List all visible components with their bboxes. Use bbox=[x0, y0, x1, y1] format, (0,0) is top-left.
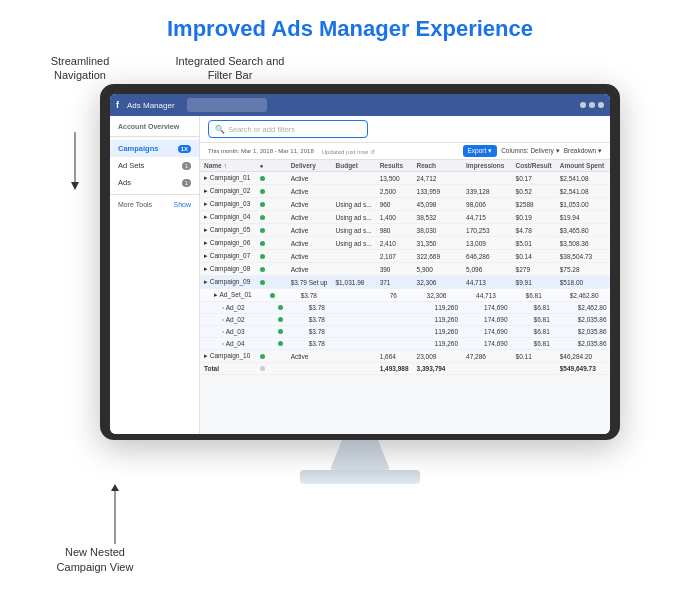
cell-name: ▸ Ad_Set_01 bbox=[200, 289, 256, 302]
cell-budget: Using ad s... bbox=[332, 211, 376, 224]
cell-spent: $38,504.73 bbox=[556, 250, 610, 263]
cell-name: ◦ Ad_03 bbox=[200, 326, 256, 338]
cell-results: 371 bbox=[376, 276, 413, 289]
body: Account Overview Campaigns 1X Ad Sets 1 bbox=[110, 116, 610, 434]
cell-spent: $3,465.80 bbox=[556, 224, 610, 237]
table-row[interactable]: ▸ Campaign_01 Active 13,500 24,712 $0.17… bbox=[200, 172, 610, 185]
ads-manager-ui: f Ads Manager bbox=[110, 94, 610, 434]
cell-cpr: $0.19 bbox=[512, 211, 556, 224]
cell-results: 1,493,988 bbox=[376, 363, 413, 375]
cell-cpr: $9.91 bbox=[512, 276, 556, 289]
cell-delivery: $3.78 bbox=[287, 314, 332, 326]
breakdown-dropdown[interactable]: Breakdown ▾ bbox=[564, 147, 602, 155]
cell-spent: $2,462.80 bbox=[556, 302, 610, 314]
cell-results: 1,664 bbox=[376, 350, 413, 363]
export-button[interactable]: Export ▾ bbox=[463, 145, 498, 157]
table-row[interactable]: ◦ Ad_04 $3.78 119,260 174,690 $6.81 $2,0… bbox=[200, 338, 610, 350]
cell-budget bbox=[332, 250, 376, 263]
cell-name: ▸ Campaign_06 bbox=[200, 237, 256, 250]
cell-status bbox=[256, 250, 287, 263]
columns-dropdown[interactable]: Columns: Delivery ▾ bbox=[501, 147, 560, 155]
cell-impressions: 13,009 bbox=[462, 237, 512, 250]
cell-status bbox=[256, 276, 287, 289]
cell-budget: Using ad s... bbox=[332, 224, 376, 237]
sidebar-item-campaigns[interactable]: Campaigns 1X bbox=[110, 140, 199, 157]
cell-name: ▸ Campaign_07 bbox=[200, 250, 256, 263]
table-header-row: Name ↑ ● Delivery Budget Results Reach I… bbox=[200, 160, 610, 172]
col-delivery: Delivery bbox=[287, 160, 332, 172]
diagram-area: Streamlined Navigation Integrated Search… bbox=[20, 54, 680, 584]
table-row[interactable]: ◦ Ad_02 $3.78 119,260 174,690 $6.81 $2,4… bbox=[200, 302, 610, 314]
cell-spent: $46,284.20 bbox=[556, 350, 610, 363]
col-name: Name ↑ bbox=[200, 160, 256, 172]
cell-delivery: $3.78 bbox=[287, 289, 332, 302]
cell-cpr: $6.81 bbox=[512, 338, 556, 350]
cell-cpr: $6.81 bbox=[512, 326, 556, 338]
cell-impressions: 44,713 bbox=[462, 276, 512, 289]
cell-name: ▸ Campaign_08 bbox=[200, 263, 256, 276]
col-cpr: Cost/Result bbox=[512, 160, 556, 172]
cell-impressions: 174,690 bbox=[462, 302, 512, 314]
cell-status bbox=[256, 211, 287, 224]
monitor-base bbox=[300, 470, 420, 484]
cell-budget bbox=[332, 350, 376, 363]
cell-budget: Using ad s... bbox=[332, 198, 376, 211]
sidebar-item-adsets[interactable]: Ad Sets 1 bbox=[110, 157, 199, 174]
cell-status bbox=[256, 198, 287, 211]
table-row[interactable]: ▸ Campaign_04 Active Using ad s... 1,400… bbox=[200, 211, 610, 224]
cell-delivery: Active bbox=[287, 211, 332, 224]
cell-spent: $2,541.08 bbox=[556, 185, 610, 198]
cell-budget: $1,031.98 bbox=[332, 276, 376, 289]
table-row[interactable]: ▸ Campaign_02 Active 2,500 133,959 339,1… bbox=[200, 185, 610, 198]
table-row[interactable]: ▸ Campaign_03 Active Using ad s... 960 4… bbox=[200, 198, 610, 211]
cell-name: Total bbox=[200, 363, 256, 375]
cell-impressions bbox=[462, 363, 512, 375]
cell-name: ▸ Campaign_01 bbox=[200, 172, 256, 185]
table-row[interactable]: ◦ Ad_03 $3.78 119,260 174,690 $6.81 $2,0… bbox=[200, 326, 610, 338]
sidebar-item-ads[interactable]: Ads 1 bbox=[110, 174, 199, 191]
toolbar: This month: Mar 1, 2018 - Mar 11, 2018 U… bbox=[200, 143, 610, 160]
search-filter-box[interactable]: 🔍 Search or add filters bbox=[208, 120, 368, 138]
table-row[interactable]: ▸ Campaign_08 Active 390 5,900 5,096 $27… bbox=[200, 263, 610, 276]
table-row[interactable]: ▸ Campaign_09 $3.79 Set up $1,031.98 371… bbox=[200, 276, 610, 289]
sidebar-more-tools[interactable]: More Tools Show bbox=[110, 198, 199, 211]
cell-spent: $2,035.86 bbox=[556, 326, 610, 338]
table-row[interactable]: ▸ Campaign_05 Active Using ad s... 980 3… bbox=[200, 224, 610, 237]
table-row[interactable]: ◦ Ad_02 $3.78 119,260 174,690 $6.81 $2,0… bbox=[200, 314, 610, 326]
cell-name: ◦ Ad_02 bbox=[200, 314, 256, 326]
table-row[interactable]: ▸ Campaign_10 Active 1,664 23,009 47,286… bbox=[200, 350, 610, 363]
cell-delivery: Active bbox=[287, 224, 332, 237]
cell-reach: 32,306 bbox=[413, 289, 463, 302]
sidebar-account: Account Overview bbox=[110, 120, 199, 133]
cell-reach: 119,260 bbox=[413, 338, 463, 350]
fb-logo: f bbox=[116, 100, 119, 110]
cell-spent: $3,508.36 bbox=[556, 237, 610, 250]
cell-reach: 38,532 bbox=[413, 211, 463, 224]
cell-delivery: $3.78 bbox=[287, 302, 332, 314]
cell-impressions: 339,128 bbox=[462, 185, 512, 198]
cell-spent: $518.00 bbox=[556, 276, 610, 289]
cell-status bbox=[256, 224, 287, 237]
cell-reach: 322,669 bbox=[413, 250, 463, 263]
cell-reach: 5,900 bbox=[413, 263, 463, 276]
page-title: Improved Ads Manager Experience bbox=[167, 16, 533, 42]
cell-budget bbox=[332, 326, 376, 338]
table-row[interactable]: Total 1,493,988 3,393,794 $549,649.73 bbox=[200, 363, 610, 375]
table-row[interactable]: ▸ Campaign_06 Active Using ad s... 2,410… bbox=[200, 237, 610, 250]
table-row[interactable]: ▸ Campaign_07 Active 2,107 322,669 646,2… bbox=[200, 250, 610, 263]
cell-reach: 119,260 bbox=[413, 314, 463, 326]
cell-status bbox=[256, 172, 287, 185]
cell-cpr: $0.17 bbox=[512, 172, 556, 185]
table-row[interactable]: ▸ Ad_Set_01 $3.78 76 32,306 44,713 $6.81… bbox=[200, 289, 610, 302]
campaigns-table-wrap: Name ↑ ● Delivery Budget Results Reach I… bbox=[200, 160, 610, 434]
cell-results: 2,107 bbox=[376, 250, 413, 263]
cell-delivery: Active bbox=[287, 350, 332, 363]
cell-cpr: $0.14 bbox=[512, 250, 556, 263]
cell-results: 1,400 bbox=[376, 211, 413, 224]
cell-budget bbox=[332, 302, 376, 314]
cell-impressions: 44,715 bbox=[462, 211, 512, 224]
cell-name: ▸ Campaign_02 bbox=[200, 185, 256, 198]
cell-status bbox=[256, 363, 287, 375]
cell-name: ◦ Ad_02 bbox=[200, 302, 256, 314]
cell-cpr: $5.01 bbox=[512, 237, 556, 250]
